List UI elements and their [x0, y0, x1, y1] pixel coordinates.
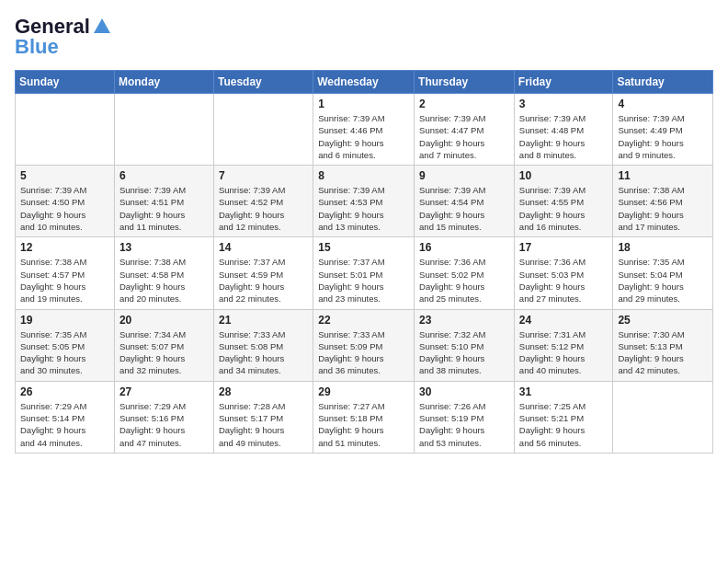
calendar-cell: [16, 94, 115, 166]
day-info: Sunrise: 7:39 AM Sunset: 4:55 PM Dayligh…: [519, 184, 609, 233]
week-row-3: 12Sunrise: 7:38 AM Sunset: 4:57 PM Dayli…: [16, 237, 713, 309]
day-info: Sunrise: 7:39 AM Sunset: 4:54 PM Dayligh…: [419, 184, 509, 233]
calendar-cell: 28Sunrise: 7:28 AM Sunset: 5:17 PM Dayli…: [213, 381, 313, 453]
day-info: Sunrise: 7:38 AM Sunset: 4:58 PM Dayligh…: [119, 256, 209, 304]
calendar-cell: 1Sunrise: 7:39 AM Sunset: 4:46 PM Daylig…: [313, 94, 415, 166]
calendar-cell: 5Sunrise: 7:39 AM Sunset: 4:50 PM Daylig…: [16, 166, 115, 237]
calendar-cell: 22Sunrise: 7:33 AM Sunset: 5:09 PM Dayli…: [313, 309, 415, 381]
calendar-cell: 11Sunrise: 7:38 AM Sunset: 4:56 PM Dayli…: [613, 166, 713, 237]
day-number: 8: [318, 169, 409, 182]
day-info: Sunrise: 7:31 AM Sunset: 5:12 PM Dayligh…: [519, 328, 609, 377]
day-number: 2: [419, 98, 509, 110]
calendar-cell: 30Sunrise: 7:26 AM Sunset: 5:19 PM Dayli…: [415, 381, 515, 453]
day-info: Sunrise: 7:38 AM Sunset: 4:56 PM Dayligh…: [618, 184, 708, 233]
day-info: Sunrise: 7:26 AM Sunset: 5:19 PM Dayligh…: [419, 400, 509, 449]
logo-icon: [92, 17, 112, 37]
day-info: Sunrise: 7:33 AM Sunset: 5:08 PM Dayligh…: [219, 328, 308, 377]
day-info: Sunrise: 7:39 AM Sunset: 4:46 PM Dayligh…: [318, 112, 409, 161]
calendar-cell: 4Sunrise: 7:39 AM Sunset: 4:49 PM Daylig…: [613, 94, 713, 166]
calendar-cell: 7Sunrise: 7:39 AM Sunset: 4:52 PM Daylig…: [213, 166, 313, 237]
calendar-cell: 27Sunrise: 7:29 AM Sunset: 5:16 PM Dayli…: [114, 381, 213, 453]
calendar-cell: 25Sunrise: 7:30 AM Sunset: 5:13 PM Dayli…: [613, 309, 713, 381]
day-info: Sunrise: 7:33 AM Sunset: 5:09 PM Dayligh…: [318, 328, 409, 377]
day-info: Sunrise: 7:39 AM Sunset: 4:47 PM Dayligh…: [419, 112, 509, 161]
day-number: 11: [618, 169, 708, 182]
day-number: 25: [618, 314, 708, 327]
day-info: Sunrise: 7:32 AM Sunset: 5:10 PM Dayligh…: [419, 328, 509, 377]
weekday-header-tuesday: Tuesday: [213, 71, 313, 94]
day-number: 24: [519, 314, 609, 327]
day-info: Sunrise: 7:36 AM Sunset: 5:02 PM Dayligh…: [419, 256, 509, 304]
calendar-cell: 14Sunrise: 7:37 AM Sunset: 4:59 PM Dayli…: [213, 237, 313, 309]
day-info: Sunrise: 7:39 AM Sunset: 4:51 PM Dayligh…: [119, 184, 209, 233]
day-number: 17: [519, 241, 609, 254]
day-number: 1: [318, 98, 409, 110]
day-number: 21: [219, 314, 308, 327]
day-info: Sunrise: 7:39 AM Sunset: 4:49 PM Dayligh…: [618, 112, 708, 161]
header: General Blue: [15, 15, 713, 59]
weekday-header-saturday: Saturday: [613, 71, 713, 94]
day-number: 15: [318, 241, 409, 254]
day-number: 28: [219, 385, 308, 398]
calendar-cell: 9Sunrise: 7:39 AM Sunset: 4:54 PM Daylig…: [415, 166, 515, 237]
calendar-cell: 20Sunrise: 7:34 AM Sunset: 5:07 PM Dayli…: [114, 309, 213, 381]
calendar-cell: 19Sunrise: 7:35 AM Sunset: 5:05 PM Dayli…: [16, 309, 115, 381]
day-number: 29: [318, 385, 409, 398]
calendar-cell: 6Sunrise: 7:39 AM Sunset: 4:51 PM Daylig…: [114, 166, 213, 237]
day-number: 27: [119, 385, 209, 398]
day-info: Sunrise: 7:34 AM Sunset: 5:07 PM Dayligh…: [119, 328, 209, 377]
day-number: 16: [419, 241, 509, 254]
svg-marker-0: [94, 18, 110, 33]
day-number: 3: [519, 98, 609, 110]
weekday-header-friday: Friday: [514, 71, 613, 94]
day-number: 6: [119, 169, 209, 182]
weekday-header-wednesday: Wednesday: [313, 71, 415, 94]
day-number: 14: [219, 241, 308, 254]
day-number: 19: [20, 314, 109, 327]
week-row-2: 5Sunrise: 7:39 AM Sunset: 4:50 PM Daylig…: [16, 166, 713, 237]
calendar-cell: 29Sunrise: 7:27 AM Sunset: 5:18 PM Dayli…: [313, 381, 415, 453]
day-number: 18: [618, 241, 708, 254]
day-info: Sunrise: 7:30 AM Sunset: 5:13 PM Dayligh…: [618, 328, 708, 377]
calendar-cell: [213, 94, 313, 166]
calendar-cell: [613, 381, 713, 453]
day-info: Sunrise: 7:35 AM Sunset: 5:04 PM Dayligh…: [618, 256, 708, 304]
day-info: Sunrise: 7:37 AM Sunset: 4:59 PM Dayligh…: [219, 256, 308, 304]
weekday-header-sunday: Sunday: [16, 71, 115, 94]
calendar-cell: 2Sunrise: 7:39 AM Sunset: 4:47 PM Daylig…: [415, 94, 515, 166]
day-info: Sunrise: 7:28 AM Sunset: 5:17 PM Dayligh…: [219, 400, 308, 449]
logo-blue: Blue: [15, 35, 59, 59]
day-info: Sunrise: 7:39 AM Sunset: 4:52 PM Dayligh…: [219, 184, 308, 233]
day-number: 10: [519, 169, 609, 182]
day-number: 4: [618, 98, 708, 110]
calendar-cell: 17Sunrise: 7:36 AM Sunset: 5:03 PM Dayli…: [514, 237, 613, 309]
day-number: 22: [318, 314, 409, 327]
calendar-cell: 16Sunrise: 7:36 AM Sunset: 5:02 PM Dayli…: [415, 237, 515, 309]
calendar-cell: [114, 94, 213, 166]
day-number: 9: [419, 169, 509, 182]
day-info: Sunrise: 7:39 AM Sunset: 4:50 PM Dayligh…: [20, 184, 109, 233]
page: General Blue SundayMondayTuesdayWednesda…: [0, 0, 728, 563]
day-info: Sunrise: 7:29 AM Sunset: 5:14 PM Dayligh…: [20, 400, 109, 449]
day-number: 5: [20, 169, 109, 182]
day-info: Sunrise: 7:39 AM Sunset: 4:53 PM Dayligh…: [318, 184, 409, 233]
week-row-1: 1Sunrise: 7:39 AM Sunset: 4:46 PM Daylig…: [16, 94, 713, 166]
day-info: Sunrise: 7:37 AM Sunset: 5:01 PM Dayligh…: [318, 256, 409, 304]
calendar: SundayMondayTuesdayWednesdayThursdayFrid…: [15, 70, 713, 454]
day-number: 30: [419, 385, 509, 398]
day-number: 23: [419, 314, 509, 327]
day-number: 12: [20, 241, 109, 254]
calendar-cell: 12Sunrise: 7:38 AM Sunset: 4:57 PM Dayli…: [16, 237, 115, 309]
calendar-cell: 13Sunrise: 7:38 AM Sunset: 4:58 PM Dayli…: [114, 237, 213, 309]
calendar-cell: 10Sunrise: 7:39 AM Sunset: 4:55 PM Dayli…: [514, 166, 613, 237]
day-info: Sunrise: 7:39 AM Sunset: 4:48 PM Dayligh…: [519, 112, 609, 161]
day-info: Sunrise: 7:35 AM Sunset: 5:05 PM Dayligh…: [20, 328, 109, 377]
day-number: 26: [20, 385, 109, 398]
weekday-header-thursday: Thursday: [415, 71, 515, 94]
day-number: 20: [119, 314, 209, 327]
calendar-cell: 21Sunrise: 7:33 AM Sunset: 5:08 PM Dayli…: [213, 309, 313, 381]
day-number: 7: [219, 169, 308, 182]
calendar-cell: 8Sunrise: 7:39 AM Sunset: 4:53 PM Daylig…: [313, 166, 415, 237]
day-info: Sunrise: 7:25 AM Sunset: 5:21 PM Dayligh…: [519, 400, 609, 449]
week-row-4: 19Sunrise: 7:35 AM Sunset: 5:05 PM Dayli…: [16, 309, 713, 381]
